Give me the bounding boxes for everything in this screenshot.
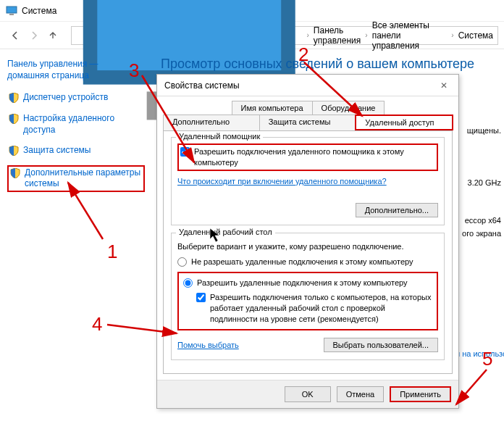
bg-text: щищены. xyxy=(467,126,501,135)
up-button[interactable] xyxy=(43,26,62,45)
breadcrumb-item[interactable]: Система xyxy=(458,30,493,41)
sidebar: Панель управления — домашняя страница Ди… xyxy=(0,49,152,437)
tab-hardware[interactable]: Оборудование xyxy=(312,101,385,115)
window-title: Система xyxy=(22,6,56,16)
rd-radio-allow[interactable] xyxy=(183,278,193,288)
sidebar-item-advanced-settings[interactable]: Дополнительные параметры системы xyxy=(7,165,145,192)
ra-help-link[interactable]: Что происходит при включении удаленного … xyxy=(177,177,387,186)
annotation-2: 2 xyxy=(298,43,308,66)
allow-ra-checkbox[interactable] xyxy=(180,147,190,157)
dialog-buttons: OK Отмена Применить xyxy=(157,380,458,408)
allow-ra-checkbox-row[interactable]: Разрешить подключения удаленного помощни… xyxy=(177,143,438,171)
computer-icon xyxy=(6,5,17,17)
bg-text: ого экрана xyxy=(462,229,501,238)
chevron-right-icon: › xyxy=(365,31,367,39)
main-panel: Просмотр основных сведений о вашем компь… xyxy=(152,49,504,437)
sidebar-item-label: Настройка удаленного доступа xyxy=(23,113,143,136)
sidebar-home-link[interactable]: Панель управления — домашняя страница xyxy=(7,58,145,81)
rd-option-allow[interactable]: Разрешить удаленные подключения к этому … xyxy=(183,278,432,288)
navbar: › Панель управления › Все элементы панел… xyxy=(0,22,504,49)
apply-button[interactable]: Применить xyxy=(390,386,451,402)
cancel-button[interactable]: Отмена xyxy=(337,386,384,402)
breadcrumb-item[interactable]: Все элементы панели управления xyxy=(372,20,448,51)
dialog-title: Свойства системы xyxy=(164,80,240,91)
breadcrumb-item[interactable]: Панель управления xyxy=(314,25,361,46)
rd-nla-checkbox[interactable] xyxy=(196,293,206,302)
rd-radio-label: Не разрешать удаленные подключения к это… xyxy=(191,257,413,267)
allow-ra-label: Разрешить подключения удаленного помощни… xyxy=(194,146,435,168)
sidebar-home-l1: Панель управления — xyxy=(7,59,98,69)
select-users-button[interactable]: Выбрать пользователей... xyxy=(324,338,439,352)
tab-remote[interactable]: Удаленный доступ xyxy=(355,115,453,130)
rd-nla-checkbox-row[interactable]: Разрешить подключения только с компьютер… xyxy=(196,292,432,325)
group-title: Удаленный помощник xyxy=(176,132,263,141)
annotation-3: 3 xyxy=(129,59,139,82)
close-button[interactable]: ✕ xyxy=(437,80,451,91)
rd-hint: Выберите вариант и укажите, кому разреше… xyxy=(177,242,438,251)
forward-button[interactable] xyxy=(25,26,43,45)
rd-radio-label: Разрешить удаленные подключения к этому … xyxy=(197,278,408,288)
tab-advanced[interactable]: Дополнительно xyxy=(163,115,260,130)
sidebar-item-remote-settings[interactable]: Настройка удаленного доступа xyxy=(7,112,145,136)
sidebar-item-label: Дополнительные параметры системы xyxy=(25,167,142,190)
rd-nla-label: Разрешить подключения только с компьютер… xyxy=(210,292,432,325)
shield-icon xyxy=(9,146,19,156)
shield-icon xyxy=(10,168,20,178)
page-title: Просмотр основных сведений о вашем компь… xyxy=(161,57,495,72)
chevron-right-icon: › xyxy=(451,31,453,39)
annotation-1: 1 xyxy=(107,241,117,263)
sidebar-item-device-manager[interactable]: Диспетчер устройств xyxy=(7,91,145,104)
tab-protection[interactable]: Защита системы xyxy=(259,115,356,130)
group-remote-assistance: Удаленный помощник Разрешить подключения… xyxy=(171,137,445,225)
sidebar-home-l2: домашняя страница xyxy=(7,70,89,80)
shield-icon xyxy=(9,114,19,124)
sidebar-item-label: Диспетчер устройств xyxy=(23,92,108,104)
breadcrumb[interactable]: › Панель управления › Все элементы панел… xyxy=(71,26,498,45)
rd-option-allow-box: Разрешить удаленные подключения к этому … xyxy=(177,272,438,330)
annotation-5: 5 xyxy=(482,348,492,370)
sidebar-item-system-protection[interactable]: Защита системы xyxy=(7,144,145,157)
group-title: Удаленный рабочий стол xyxy=(176,228,275,236)
svg-rect-0 xyxy=(7,7,17,13)
annotation-4: 4 xyxy=(92,313,102,336)
rd-option-disallow[interactable]: Не разрешать удаленные подключения к это… xyxy=(177,257,438,267)
tab-panel-remote: Удаленный помощник Разрешить подключения… xyxy=(163,130,453,374)
dialog-titlebar: Свойства системы ✕ xyxy=(157,75,458,96)
rd-radio-disallow[interactable] xyxy=(177,257,187,267)
chevron-right-icon: › xyxy=(307,31,309,39)
shield-icon xyxy=(9,93,19,103)
back-button[interactable] xyxy=(6,26,25,45)
rd-help-link[interactable]: Помочь выбрать xyxy=(177,341,239,349)
ra-advanced-button[interactable]: Дополнительно... xyxy=(356,203,438,217)
sidebar-item-label: Защита системы xyxy=(23,145,91,157)
ok-button[interactable]: OK xyxy=(285,386,331,402)
system-properties-dialog: Свойства системы ✕ Имя компьютера Оборуд… xyxy=(156,74,459,409)
bg-text: ессор x64 xyxy=(465,216,501,225)
group-remote-desktop: Удаленный рабочий стол Выберите вариант … xyxy=(171,233,445,360)
dialog-tabs: Имя компьютера Оборудование Дополнительн… xyxy=(157,96,458,130)
tab-computer-name[interactable]: Имя компьютера xyxy=(232,101,313,115)
svg-rect-1 xyxy=(9,14,14,15)
bg-text: 3.20 GHz xyxy=(468,178,501,187)
bg-text: я на использов xyxy=(455,349,504,358)
